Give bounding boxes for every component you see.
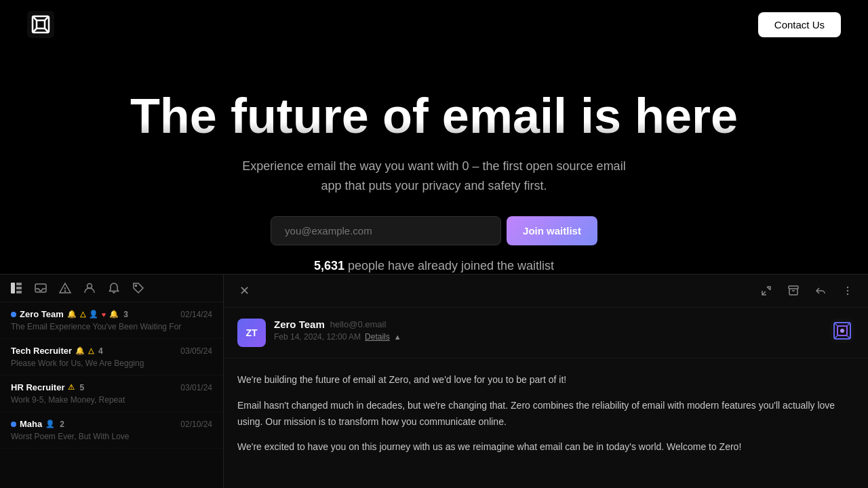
email-body: We're building the future of email at Ze… [224, 359, 868, 479]
list-item[interactable]: Maha 👤 2 02/10/24 Worst Poem Ever, But W… [0, 412, 223, 449]
email-input[interactable] [271, 216, 501, 245]
email-paragraph-2: Email hasn't changed much in decades, bu… [237, 398, 854, 430]
email-paragraph-1: We're building the future of email at Ze… [237, 372, 854, 388]
waitlist-form: Join waitlist [14, 216, 854, 245]
email-list: Zero Team 🔔 △ 👤 ♥ 🔔 3 02/14/24 The Email… [0, 302, 223, 488]
hero-section: The future of email is here Experience e… [0, 49, 868, 323]
email-preview: Worst Poem Ever, But With Love [11, 432, 212, 441]
email-date: 02/10/24 [180, 420, 212, 429]
badge-notification: 🔔 [75, 346, 85, 355]
email-preview: The Email Experience You've Been Waiting… [11, 322, 212, 331]
svg-rect-0 [27, 11, 54, 38]
details-link[interactable]: Details [365, 332, 390, 342]
hero-subtitle: Experience email the way you want with 0… [231, 157, 637, 196]
join-waitlist-button[interactable]: Join waitlist [507, 216, 597, 245]
email-count: 5 [79, 383, 84, 392]
email-timestamp: Feb 14, 2024, 12:00 AM Details ▲ [274, 332, 822, 342]
waitlist-count: 5,631 people have already joined the wai… [231, 256, 637, 276]
chevron-up-icon[interactable]: ▲ [394, 333, 401, 341]
email-date: 03/05/24 [180, 346, 212, 356]
email-sender: HR Recruiter ⚠ 5 [11, 382, 84, 392]
list-item[interactable]: HR Recruiter ⚠ 5 03/01/24 Work 9-5, Make… [0, 375, 223, 412]
unread-dot [11, 422, 16, 427]
badge-warning: ⚠ [68, 383, 75, 392]
email-sender: Tech Recruiter 🔔 △ 4 [11, 346, 103, 356]
logo [27, 11, 54, 38]
hero-title: The future of email is here [14, 89, 854, 143]
email-preview: Work 9-5, Make Money, Repeat [11, 395, 212, 405]
list-item[interactable]: Tech Recruiter 🔔 △ 4 03/05/24 Please Wor… [0, 339, 223, 375]
email-count: 4 [98, 346, 103, 356]
badge-warning: △ [88, 346, 94, 355]
email-paragraph-3: We're excited to have you on this journe… [237, 439, 854, 455]
email-preview: Please Work for Us, We Are Begging [11, 359, 212, 368]
email-sender: Maha 👤 2 [11, 419, 64, 429]
email-count: 2 [60, 420, 64, 429]
email-date: 03/01/24 [180, 383, 212, 392]
svg-point-23 [840, 329, 844, 333]
navbar: Contact Us [0, 0, 868, 49]
contact-us-button[interactable]: Contact Us [758, 12, 841, 37]
badge-person: 👤 [45, 420, 55, 428]
